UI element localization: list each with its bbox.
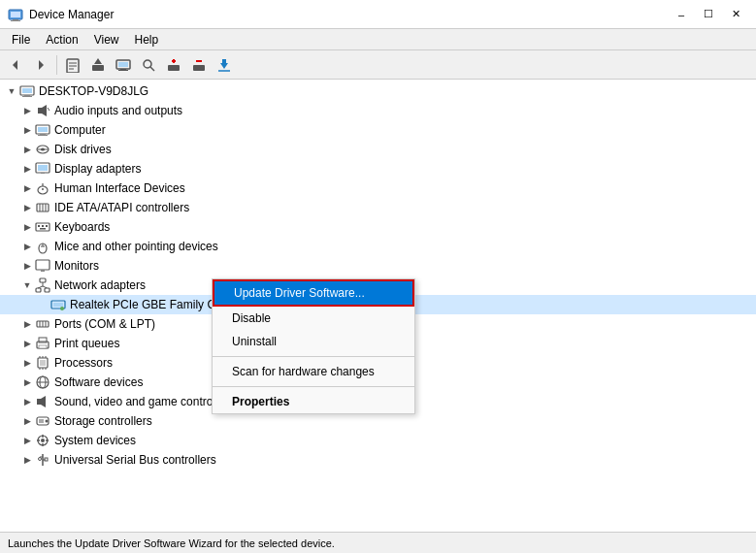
usb-expand-icon[interactable]: ▶	[19, 452, 35, 468]
ctx-update-driver[interactable]: Update Driver Software...	[213, 279, 414, 307]
keyboard-expand-icon[interactable]: ▶	[19, 219, 35, 235]
main-content: ▼ DESKTOP-V9D8JLG ▶ Audio inputs and out…	[0, 80, 756, 532]
toolbar-device-manager[interactable]	[112, 53, 135, 77]
svg-rect-41	[38, 165, 48, 171]
svg-rect-61	[36, 288, 41, 292]
maximize-button[interactable]: ☐	[696, 5, 721, 24]
ctx-disable-label: Disable	[232, 311, 271, 325]
tree-item-display[interactable]: ▶ Display adapters	[0, 159, 756, 179]
ide-expand-icon[interactable]: ▶	[19, 200, 35, 215]
svg-line-32	[48, 108, 49, 111]
processors-expand-icon[interactable]: ▶	[19, 355, 35, 371]
svg-rect-53	[46, 225, 48, 227]
hid-icon	[35, 180, 50, 196]
tree-item-audio[interactable]: ▶ Audio inputs and outputs	[0, 101, 756, 120]
sound-expand-icon[interactable]: ▶	[19, 394, 35, 409]
tree-item-hid[interactable]: ▶ Human Interface Devices	[0, 179, 756, 198]
close-button[interactable]: ✕	[723, 5, 748, 24]
disk-expand-icon[interactable]: ▶	[19, 142, 35, 157]
print-icon	[35, 336, 50, 351]
ports-expand-icon[interactable]: ▶	[19, 316, 35, 332]
svg-rect-87	[37, 399, 41, 405]
computer-expand-icon[interactable]: ▶	[19, 122, 35, 138]
svg-rect-18	[168, 65, 180, 71]
svg-rect-30	[38, 108, 42, 114]
ctx-properties[interactable]: Properties	[213, 390, 414, 413]
network-expand-icon[interactable]: ▼	[19, 277, 35, 293]
back-icon	[8, 57, 23, 73]
svg-point-68	[60, 307, 64, 310]
ctx-scan[interactable]: Scan for hardware changes	[213, 360, 414, 383]
processors-icon	[35, 355, 50, 371]
minimize-button[interactable]: –	[669, 5, 694, 24]
disk-label: Disk drives	[54, 143, 112, 156]
tree-item-usb[interactable]: ▶ Universal Serial Bus controllers	[0, 450, 756, 470]
update-driver-icon	[90, 57, 106, 73]
svg-rect-34	[38, 127, 48, 132]
svg-rect-62	[45, 288, 49, 292]
tree-item-keyboard[interactable]: ▶ Keyboards	[0, 217, 756, 237]
svg-rect-1	[11, 12, 20, 17]
tree-item-computer[interactable]: ▶ Computer	[0, 120, 756, 140]
device-manager-icon	[115, 57, 131, 73]
svg-rect-3	[11, 20, 20, 21]
svg-point-102	[39, 458, 42, 461]
storage-expand-icon[interactable]: ▶	[19, 413, 35, 429]
realtek-spacer	[35, 297, 50, 312]
tree-root[interactable]: ▼ DESKTOP-V9D8JLG	[0, 81, 756, 101]
display-expand-icon[interactable]: ▶	[19, 161, 35, 177]
toolbar-back[interactable]	[4, 53, 27, 77]
svg-marker-11	[94, 58, 102, 64]
toolbar-update-driver[interactable]	[86, 53, 110, 77]
disk-icon	[35, 142, 50, 157]
svg-rect-103	[45, 458, 48, 461]
toolbar-scan[interactable]	[137, 53, 160, 77]
system-expand-icon[interactable]: ▶	[19, 433, 35, 448]
svg-rect-60	[40, 278, 46, 282]
root-expand-icon[interactable]: ▼	[4, 83, 19, 99]
computer-icon	[35, 122, 50, 138]
title-bar: Device Manager – ☐ ✕	[0, 0, 756, 29]
tree-item-disk[interactable]: ▶ Disk drives	[0, 140, 756, 159]
scan-icon	[141, 57, 156, 73]
svg-marker-31	[42, 105, 47, 116]
tree-item-ide[interactable]: ▶ IDE ATA/ATAPI controllers	[0, 198, 756, 217]
tree-item-mice[interactable]: ▶ Mice and other pointing devices	[0, 237, 756, 256]
svg-rect-51	[38, 225, 40, 227]
menu-file[interactable]: File	[4, 31, 38, 49]
print-expand-icon[interactable]: ▶	[19, 336, 35, 351]
menu-help[interactable]: Help	[127, 31, 167, 49]
hid-expand-icon[interactable]: ▶	[19, 180, 35, 196]
toolbar-forward[interactable]	[29, 53, 52, 77]
toolbar-properties[interactable]	[61, 53, 84, 77]
svg-rect-35	[40, 134, 46, 135]
monitors-expand-icon[interactable]: ▶	[19, 258, 35, 274]
network-label: Network adapters	[54, 278, 146, 292]
svg-rect-15	[118, 70, 128, 71]
tree-item-monitors[interactable]: ▶ Monitors	[0, 256, 756, 276]
svg-rect-27	[22, 88, 32, 93]
toolbar-download[interactable]	[213, 53, 236, 77]
software-expand-icon[interactable]: ▶	[19, 374, 35, 390]
svg-rect-21	[193, 65, 205, 71]
tree-item-system[interactable]: ▶ System devices	[0, 431, 756, 450]
ctx-uninstall[interactable]: Uninstall	[213, 330, 414, 353]
processors-label: Processors	[54, 356, 113, 370]
menu-action[interactable]: Action	[38, 31, 85, 49]
svg-rect-77	[40, 360, 46, 366]
svg-point-90	[46, 420, 49, 423]
menu-view[interactable]: View	[86, 31, 127, 49]
ctx-disable[interactable]: Disable	[213, 307, 414, 330]
audio-icon	[35, 103, 50, 118]
svg-point-45	[42, 188, 44, 190]
ctx-scan-label: Scan for hardware changes	[232, 365, 375, 378]
toolbar-add-device[interactable]	[162, 53, 185, 77]
app-icon	[8, 7, 23, 22]
print-label: Print queues	[54, 337, 119, 350]
toolbar-remove-device[interactable]	[187, 53, 211, 77]
tree-item-storage[interactable]: ▶ Storage controllers	[0, 411, 756, 431]
keyboard-icon	[35, 219, 50, 235]
audio-expand-icon[interactable]: ▶	[19, 103, 35, 118]
mice-expand-icon[interactable]: ▶	[19, 239, 35, 254]
properties-icon	[65, 57, 81, 73]
